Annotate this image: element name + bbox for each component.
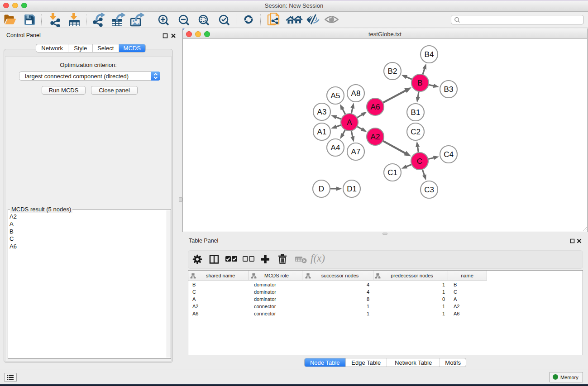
svg-text:C1: C1 (387, 168, 397, 177)
svg-text:C4: C4 (444, 150, 454, 159)
svg-text:A4: A4 (331, 143, 340, 152)
svg-text:B3: B3 (444, 85, 454, 94)
svg-text:A6: A6 (371, 103, 380, 111)
svg-text:D: D (319, 185, 324, 193)
svg-text:A5: A5 (331, 91, 340, 100)
svg-text:B1: B1 (411, 108, 421, 117)
svg-text:A8: A8 (351, 89, 361, 98)
svg-text:A7: A7 (351, 148, 361, 156)
svg-text:A: A (347, 118, 352, 127)
svg-text:C2: C2 (411, 128, 421, 136)
svg-text:B4: B4 (425, 50, 434, 59)
svg-text:B: B (417, 79, 422, 87)
svg-text:A1: A1 (317, 128, 327, 136)
svg-text:D1: D1 (347, 185, 357, 193)
svg-text:A3: A3 (317, 108, 327, 116)
svg-text:C3: C3 (424, 186, 434, 194)
svg-text:A2: A2 (371, 133, 380, 141)
svg-text:B2: B2 (388, 67, 397, 76)
svg-text:C: C (417, 157, 422, 166)
